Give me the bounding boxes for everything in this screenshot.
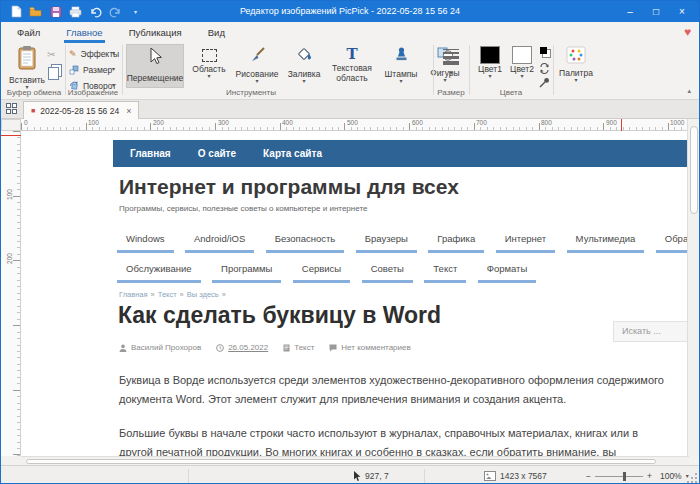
horizontal-ruler[interactable]: 0 100 200 300 400 500 600 700 800 900 10…: [21, 119, 689, 131]
brush-icon: [249, 46, 266, 67]
cursor-position: 927, 7: [353, 466, 389, 484]
minimize-button[interactable]: –: [617, 1, 643, 22]
webpage-meta-author: Василий Прохоров: [119, 343, 201, 352]
fill-bucket-icon: [296, 46, 313, 67]
line-size-chevron-icon: ▾: [449, 71, 452, 76]
ruler-label: 100: [88, 119, 99, 126]
statusbar-separator: [424, 469, 425, 483]
vertical-ruler[interactable]: 100 200: [1, 131, 21, 456]
cursor-x-marker: [621, 119, 622, 131]
heart-icon[interactable]: ♥: [684, 25, 691, 39]
webpage-menu-item: Сервисы: [293, 259, 350, 283]
image-group-label: Изображение: [65, 88, 121, 97]
horizontal-scrollbar-thumb[interactable]: [26, 459, 656, 464]
vertical-scrollbar[interactable]: [687, 119, 699, 456]
palette-icon: [566, 46, 586, 68]
tab-modified-icon: ■: [31, 107, 35, 114]
webpage-menu-item: Android/iOS: [185, 229, 254, 253]
close-button[interactable]: ×: [669, 1, 695, 22]
tile-view-icon[interactable]: [6, 103, 19, 116]
shapes-chevron-icon: ▾: [443, 78, 446, 83]
text-area-tool-button[interactable]: T Текстовая область: [328, 44, 376, 88]
webpage-search-box: Искать ...: [613, 321, 689, 342]
zoom-out-button[interactable]: −: [586, 466, 591, 484]
color1-button[interactable]: Цвет1 ▾: [475, 46, 505, 79]
statusbar: 927, 7 1423 x 7567 − + 100% ▾: [1, 465, 699, 484]
draw-chevron-icon: ▾: [255, 79, 258, 84]
zoom-slider-thumb[interactable]: [623, 472, 626, 481]
clipboard-group-label: Буфер обмена: [3, 88, 65, 97]
palette-button[interactable]: Палитра ▾: [558, 46, 594, 83]
palette-chevron-icon: ▾: [574, 78, 577, 83]
stamps-chevron-icon: ▾: [399, 79, 402, 84]
tools-group: Перемещение Область ▾ Рисование ▾ Заливк…: [126, 44, 464, 88]
vertical-scrollbar-thumb[interactable]: [690, 126, 698, 214]
webpage-menu-item: Текст: [424, 259, 466, 283]
cursor-y-marker: [1, 135, 21, 136]
stamps-tool-button[interactable]: Штампы ▾: [381, 44, 421, 88]
resize-grip[interactable]: [687, 473, 697, 483]
ruler-label: 500: [347, 119, 358, 126]
webpage-nav-sitemap: Карта сайта: [263, 148, 322, 159]
tab-close-icon[interactable]: ×: [126, 106, 131, 116]
fill-chevron-icon: ▾: [302, 79, 305, 84]
size-group-label: Размер: [433, 88, 469, 97]
ribbon-collapse-icon[interactable]: ▴: [687, 87, 691, 95]
maximize-button[interactable]: □: [643, 1, 669, 22]
color2-button[interactable]: Цвет2 ▾: [507, 46, 537, 79]
copy-icon[interactable]: [48, 67, 59, 80]
zoom-level[interactable]: 100%: [660, 466, 682, 484]
window-title: Редактор изображений PicPick - 2022-05-2…: [1, 1, 699, 22]
image-canvas[interactable]: Главная О сайте Карта сайта Интернет и п…: [21, 131, 689, 456]
text-area-label-1: Текстовая: [332, 64, 372, 72]
paste-button[interactable]: Вставить ▾: [7, 45, 47, 90]
zoom-in-button[interactable]: +: [647, 466, 652, 484]
tools-group-label: Инструменты: [171, 88, 331, 97]
breadcrumb-link: Текст: [158, 290, 177, 299]
clipboard-icon: [16, 45, 38, 75]
webpage-menu-row1: Windows Android/iOS Безопасность Браузер…: [117, 228, 689, 253]
webpage-menu-item: Программы: [212, 259, 281, 283]
zoom-slider[interactable]: [595, 476, 643, 477]
ribbon-separator: [469, 45, 470, 95]
webpage-menu-row2: Обслуживание Программы Сервисы Советы Те…: [117, 258, 689, 283]
menu-file[interactable]: Файл: [15, 23, 42, 42]
ruler-label: 700: [476, 119, 487, 126]
selection-rect-icon: [202, 49, 217, 62]
fg-bg-colors-icon[interactable]: [540, 47, 547, 54]
ruler-label: 200: [153, 119, 164, 126]
tab-title: 2022-05-28 15 56 24: [40, 106, 119, 116]
color1-swatch: [480, 46, 500, 64]
effects-chevron-icon: ▾: [112, 51, 115, 56]
draw-tool-button[interactable]: Рисование ▾: [234, 44, 280, 88]
ruler-corner: [1, 119, 21, 131]
colors-group-label: Цвета: [475, 88, 547, 97]
stamp-icon: [393, 46, 410, 67]
webpage-menu-item: Windows: [117, 229, 174, 253]
webpage-menu-item: Графика: [428, 229, 484, 253]
document-tab[interactable]: ■ 2022-05-28 15 56 24 ×: [23, 101, 139, 119]
document-icon: [283, 344, 290, 352]
webpage-menu-item: Обслуживание: [117, 259, 201, 283]
line-size-button[interactable]: ▾: [437, 47, 465, 76]
menu-share[interactable]: Публикация: [127, 23, 184, 42]
move-tool-button[interactable]: Перемещение: [126, 44, 184, 88]
resize-chevron-icon: ▾: [112, 67, 115, 72]
webpage-menu-item: Мультимедиа: [567, 229, 645, 253]
webpage-article-title: Как сделать буквицу в Word: [118, 302, 441, 329]
fill-tool-button[interactable]: Заливка ▾: [285, 44, 323, 88]
ruler-label: 100: [6, 189, 13, 200]
selection-tool-button[interactable]: Область ▾: [189, 44, 229, 88]
horizontal-scrollbar[interactable]: [21, 456, 689, 465]
ruler-label: 400: [282, 119, 293, 126]
breadcrumb-separator: »: [180, 290, 184, 299]
breadcrumb-separator: »: [222, 290, 226, 299]
picpick-window: ▾ Редактор изображений PicPick - 2022-05…: [0, 0, 700, 484]
text-area-label-2: область: [336, 74, 367, 83]
menu-home[interactable]: Главное: [64, 23, 104, 42]
cut-icon[interactable]: ✂: [47, 49, 55, 60]
comment-icon: [329, 344, 337, 352]
resize-button[interactable]: Размер: [69, 63, 112, 77]
menu-view[interactable]: Вид: [206, 23, 227, 42]
webpage-breadcrumb: Главная»Текст»Вы здесь»: [119, 290, 229, 299]
